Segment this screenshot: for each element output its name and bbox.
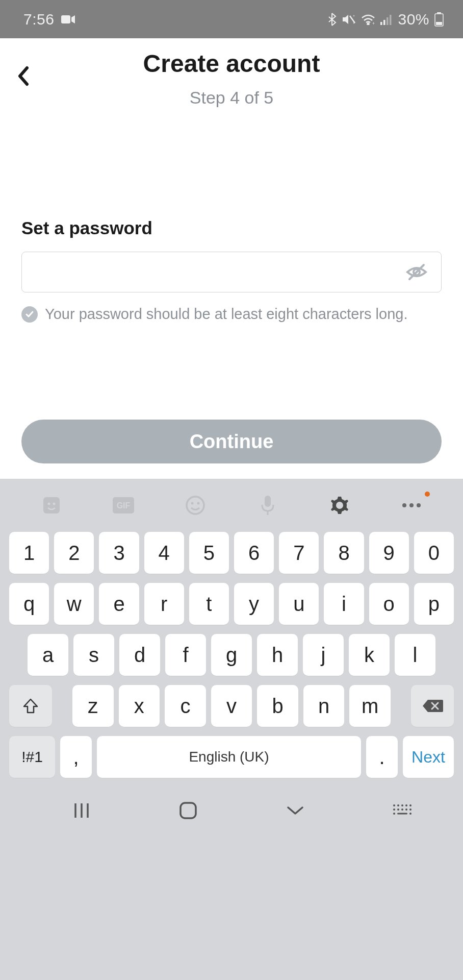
key-backspace[interactable] <box>411 685 454 727</box>
key-e[interactable]: e <box>99 583 139 625</box>
key-n[interactable]: n <box>303 685 345 727</box>
key-9[interactable]: 9 <box>369 532 409 574</box>
key-d[interactable]: d <box>119 634 160 676</box>
keyboard-row-4: z x c v b n m <box>9 685 454 727</box>
svg-point-19 <box>191 502 194 505</box>
password-hint: Your password should be at least eight c… <box>45 306 407 323</box>
signal-icon <box>380 14 393 25</box>
svg-rect-4 <box>380 22 382 25</box>
mic-icon[interactable] <box>255 493 280 518</box>
password-input-wrap <box>21 252 442 292</box>
key-j[interactable]: j <box>303 634 344 676</box>
svg-rect-7 <box>390 15 392 25</box>
key-7[interactable]: 7 <box>279 532 319 574</box>
nav-recents[interactable] <box>61 795 102 826</box>
key-v[interactable]: v <box>211 685 252 727</box>
key-y[interactable]: y <box>234 583 274 625</box>
key-1[interactable]: 1 <box>9 532 49 574</box>
password-hint-row: Your password should be at least eight c… <box>21 306 442 323</box>
bluetooth-icon <box>327 13 337 26</box>
nav-hide-keyboard[interactable] <box>275 795 316 826</box>
key-b[interactable]: b <box>257 685 298 727</box>
svg-rect-29 <box>181 803 196 818</box>
emoji-icon[interactable] <box>183 493 208 518</box>
system-nav-bar <box>0 787 463 834</box>
svg-point-15 <box>53 503 55 505</box>
key-period[interactable]: . <box>366 736 398 778</box>
key-q[interactable]: q <box>9 583 49 625</box>
toggle-password-visibility[interactable] <box>402 258 431 286</box>
mute-vibrate-icon <box>342 13 356 26</box>
back-button[interactable] <box>11 64 36 88</box>
key-symbols[interactable]: !#1 <box>9 736 55 778</box>
svg-rect-6 <box>387 17 389 25</box>
keyboard-row-5: !#1 , English (UK) . Next <box>9 736 454 778</box>
key-p[interactable]: p <box>414 583 454 625</box>
key-x[interactable]: x <box>119 685 160 727</box>
key-t[interactable]: t <box>189 583 229 625</box>
svg-text:GIF: GIF <box>117 501 131 510</box>
continue-button[interactable]: Continue <box>21 420 442 463</box>
key-c[interactable]: c <box>165 685 206 727</box>
battery-percent: 30% <box>398 11 429 28</box>
battery-icon <box>434 12 444 27</box>
svg-rect-13 <box>43 497 60 513</box>
nav-keyboard-switch[interactable] <box>381 795 422 826</box>
app-header: Create account Step 4 of 5 <box>0 38 463 108</box>
notification-dot <box>425 492 430 497</box>
password-label: Set a password <box>21 218 442 238</box>
svg-rect-0 <box>61 15 70 23</box>
sticker-icon[interactable] <box>39 493 64 518</box>
svg-point-23 <box>402 503 406 507</box>
svg-point-2 <box>368 23 369 24</box>
key-f[interactable]: f <box>165 634 206 676</box>
gif-icon[interactable]: GIF <box>111 493 136 518</box>
key-space[interactable]: English (UK) <box>97 736 361 778</box>
gear-icon[interactable] <box>327 493 352 518</box>
svg-rect-21 <box>265 496 271 507</box>
svg-text:+: + <box>372 21 375 25</box>
key-w[interactable]: w <box>54 583 94 625</box>
check-circle-icon <box>21 306 38 323</box>
svg-point-25 <box>417 503 421 507</box>
status-time: 7:56 <box>23 11 54 28</box>
key-shift[interactable] <box>9 685 52 727</box>
password-input[interactable] <box>32 263 402 282</box>
key-8[interactable]: 8 <box>324 532 364 574</box>
key-z[interactable]: z <box>72 685 114 727</box>
key-s[interactable]: s <box>73 634 114 676</box>
svg-point-32 <box>401 804 403 806</box>
keyboard-row-2: q w e r t y u i o p <box>9 583 454 625</box>
status-left: 7:56 <box>23 11 75 28</box>
svg-point-37 <box>401 808 403 811</box>
svg-point-31 <box>397 804 399 806</box>
status-right: + 30% <box>327 11 444 28</box>
key-0[interactable]: 0 <box>414 532 454 574</box>
key-l[interactable]: l <box>395 634 435 676</box>
page-title: Create account <box>0 50 463 78</box>
wifi-icon: + <box>361 14 375 25</box>
svg-point-33 <box>405 804 407 806</box>
chevron-down-icon <box>285 804 305 817</box>
svg-point-18 <box>187 497 204 514</box>
nav-home[interactable] <box>168 795 209 826</box>
key-m[interactable]: m <box>349 685 391 727</box>
key-r[interactable]: r <box>144 583 184 625</box>
key-g[interactable]: g <box>211 634 252 676</box>
more-icon[interactable] <box>399 493 424 518</box>
key-o[interactable]: o <box>369 583 409 625</box>
key-a[interactable]: a <box>28 634 68 676</box>
key-next[interactable]: Next <box>403 736 454 778</box>
key-i[interactable]: i <box>324 583 364 625</box>
key-5[interactable]: 5 <box>189 532 229 574</box>
key-comma[interactable]: , <box>60 736 92 778</box>
key-3[interactable]: 3 <box>99 532 139 574</box>
chevron-left-icon <box>17 66 30 86</box>
key-u[interactable]: u <box>279 583 319 625</box>
key-2[interactable]: 2 <box>54 532 94 574</box>
key-h[interactable]: h <box>257 634 298 676</box>
key-k[interactable]: k <box>349 634 390 676</box>
key-6[interactable]: 6 <box>234 532 274 574</box>
svg-point-14 <box>47 503 50 505</box>
key-4[interactable]: 4 <box>144 532 184 574</box>
